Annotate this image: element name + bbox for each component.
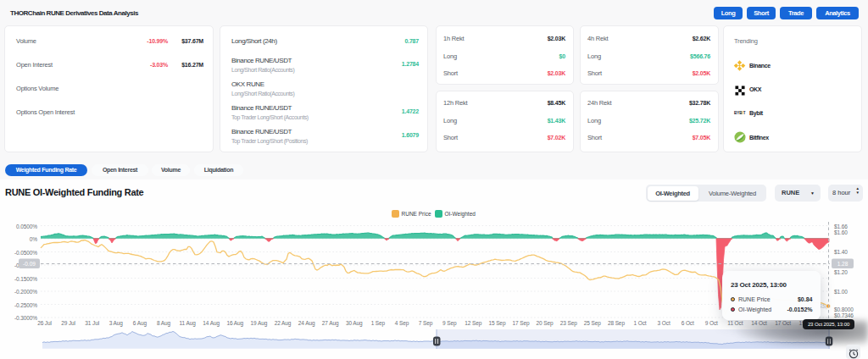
svg-text:0%: 0% xyxy=(30,236,38,242)
svg-text:-0.2000%: -0.2000% xyxy=(14,289,37,295)
svg-text:1.28: 1.28 xyxy=(837,261,849,267)
svg-text:12 Sep: 12 Sep xyxy=(465,320,481,327)
svg-text:4 Sep: 4 Sep xyxy=(395,320,409,327)
svg-text:31 Jul: 31 Jul xyxy=(85,320,99,326)
svg-text:$0.8000: $0.8000 xyxy=(834,307,854,312)
svg-text:28 Sep: 28 Sep xyxy=(608,320,625,327)
svg-text:15 Sep: 15 Sep xyxy=(488,320,505,327)
svg-text:$1.00: $1.00 xyxy=(834,289,848,295)
svg-text:$1.60: $1.60 xyxy=(834,229,848,235)
svg-text:-0.3000%: -0.3000% xyxy=(14,315,37,321)
svg-text:8 Aug: 8 Aug xyxy=(157,320,171,327)
svg-text:25 Sep: 25 Sep xyxy=(584,320,601,327)
svg-text:-0.1500%: -0.1500% xyxy=(14,276,37,282)
svg-text:$1.40: $1.40 xyxy=(834,249,848,255)
svg-text:23 Sep: 23 Sep xyxy=(560,320,577,327)
svg-text:20 Sep: 20 Sep xyxy=(537,320,554,327)
svg-text:-0.0500%: -0.0500% xyxy=(14,250,37,256)
svg-text:27 Aug: 27 Aug xyxy=(322,320,339,327)
svg-text:29 Jul: 29 Jul xyxy=(61,320,75,326)
svg-text:26 Jul: 26 Jul xyxy=(37,320,52,326)
svg-text:$1.66: $1.66 xyxy=(834,224,848,229)
svg-text:3 Aug: 3 Aug xyxy=(109,320,124,327)
svg-text:1 Oct: 1 Oct xyxy=(633,320,646,326)
svg-text:1 Sep: 1 Sep xyxy=(371,320,386,327)
svg-text:11 Aug: 11 Aug xyxy=(180,320,197,327)
svg-text:$0.7346: $0.7346 xyxy=(834,312,854,318)
svg-text:16 Aug: 16 Aug xyxy=(226,320,243,327)
svg-text:-0.2500%: -0.2500% xyxy=(14,302,37,308)
svg-text:14 Aug: 14 Aug xyxy=(203,320,220,327)
svg-text:0.0500%: 0.0500% xyxy=(16,224,37,229)
svg-text:30 Aug: 30 Aug xyxy=(346,320,363,327)
svg-text:-0.09: -0.09 xyxy=(23,261,36,267)
svg-text:19 Aug: 19 Aug xyxy=(251,320,268,327)
svg-text:22 Aug: 22 Aug xyxy=(275,320,292,327)
svg-text:3 Oct: 3 Oct xyxy=(658,320,670,326)
svg-text:9 Sep: 9 Sep xyxy=(442,320,457,327)
svg-text:6 Aug: 6 Aug xyxy=(133,320,147,327)
svg-text:24 Aug: 24 Aug xyxy=(298,320,315,327)
svg-text:17 Sep: 17 Sep xyxy=(512,320,529,327)
svg-text:$1.20: $1.20 xyxy=(834,269,848,275)
svg-text:7 Sep: 7 Sep xyxy=(419,320,433,327)
